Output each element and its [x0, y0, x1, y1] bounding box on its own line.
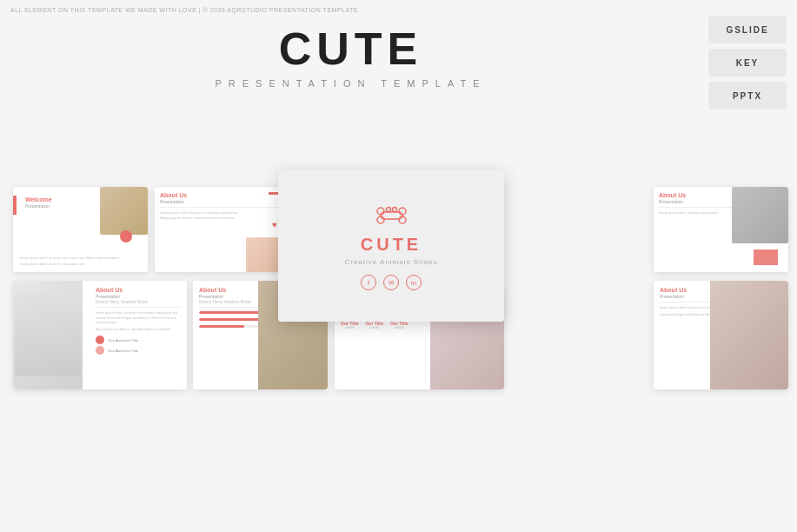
slide-about-dog[interactable]: About Us Presentation lorem ipsum dolor … — [654, 187, 788, 272]
sidebar-buttons: GSLIDE KEY PPTX — [708, 16, 787, 110]
svg-point-5 — [386, 208, 390, 212]
slide-white-cat[interactable]: About Us Presentation Honest Henry Headl… — [13, 281, 187, 389]
person-icon-2 — [96, 346, 104, 355]
main-title: CUTE — [0, 26, 701, 71]
main-title-area: CUTE PRESENTATION TEMPLATE — [0, 26, 701, 89]
pptx-button[interactable]: PPTX — [708, 82, 787, 110]
slide-welcome[interactable]: Welcome Presentation lorem ipsum dolor s… — [13, 187, 148, 272]
slide-about1[interactable]: ♥ About Us Presentation Lorem ipsum dolo… — [155, 187, 289, 272]
social-icon-3[interactable]: in — [406, 275, 422, 290]
svg-point-6 — [392, 208, 396, 212]
center-slide-subtitle: Creative Animals Slides — [344, 258, 437, 266]
slide-about1-subtitle: Presentation — [160, 199, 284, 204]
slide-white-cat-title: About Us — [96, 287, 181, 293]
social-icon-1[interactable]: f — [361, 275, 376, 290]
slide-white-cat-subtitle: Presentation — [96, 294, 181, 299]
center-feature-slide[interactable]: CUTE Creative Animals Slides f ✉ in — [278, 170, 504, 322]
watermark-text: ALL ELEMENT ON THIS TEMPLATE WE MADE WIT… — [10, 7, 358, 13]
key-button[interactable]: KEY — [708, 49, 787, 76]
slide-kittens[interactable]: About Us Presentation lorem ipsum dolor … — [654, 281, 788, 389]
person-icon-1 — [96, 336, 104, 344]
gslide-button[interactable]: GSLIDE — [708, 16, 787, 43]
center-slide-title: CUTE — [361, 235, 422, 255]
slide-about1-title: About Us — [160, 192, 284, 198]
main-subtitle: PRESENTATION TEMPLATE — [0, 78, 701, 89]
slide-white-cat-body: Honest Henry Headline Model — [96, 300, 181, 304]
social-icon-2[interactable]: ✉ — [383, 275, 399, 290]
bone-icon — [372, 201, 411, 231]
